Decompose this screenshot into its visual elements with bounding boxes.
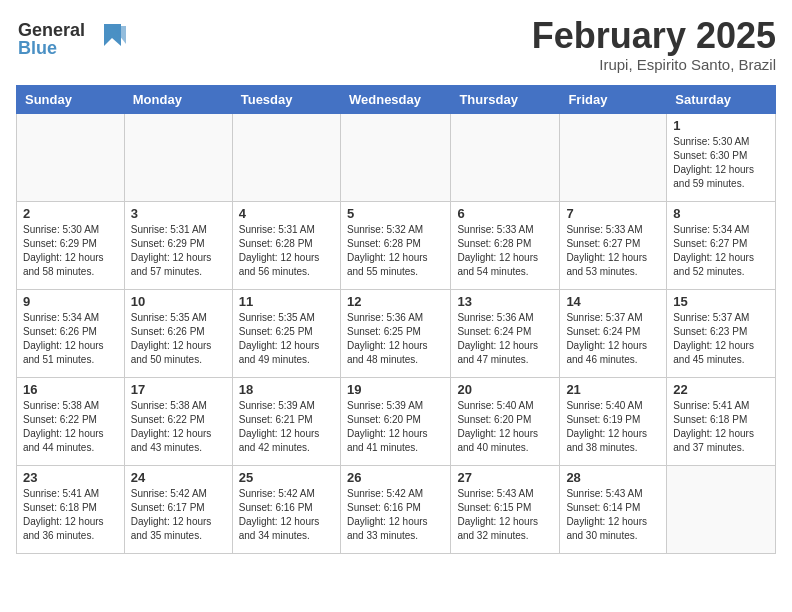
day-cell: 24Sunrise: 5:42 AM Sunset: 6:17 PM Dayli… — [124, 465, 232, 553]
day-info: Sunrise: 5:43 AM Sunset: 6:15 PM Dayligh… — [457, 487, 553, 543]
day-cell: 8Sunrise: 5:34 AM Sunset: 6:27 PM Daylig… — [667, 201, 776, 289]
day-number: 7 — [566, 206, 660, 221]
day-cell: 18Sunrise: 5:39 AM Sunset: 6:21 PM Dayli… — [232, 377, 340, 465]
day-header-thursday: Thursday — [451, 85, 560, 113]
day-info: Sunrise: 5:41 AM Sunset: 6:18 PM Dayligh… — [673, 399, 769, 455]
day-number: 4 — [239, 206, 334, 221]
day-cell: 12Sunrise: 5:36 AM Sunset: 6:25 PM Dayli… — [340, 289, 450, 377]
day-cell: 13Sunrise: 5:36 AM Sunset: 6:24 PM Dayli… — [451, 289, 560, 377]
day-info: Sunrise: 5:31 AM Sunset: 6:29 PM Dayligh… — [131, 223, 226, 279]
day-info: Sunrise: 5:43 AM Sunset: 6:14 PM Dayligh… — [566, 487, 660, 543]
day-header-tuesday: Tuesday — [232, 85, 340, 113]
day-cell: 22Sunrise: 5:41 AM Sunset: 6:18 PM Dayli… — [667, 377, 776, 465]
week-row-4: 23Sunrise: 5:41 AM Sunset: 6:18 PM Dayli… — [17, 465, 776, 553]
day-cell: 7Sunrise: 5:33 AM Sunset: 6:27 PM Daylig… — [560, 201, 667, 289]
day-number: 8 — [673, 206, 769, 221]
calendar-table: SundayMondayTuesdayWednesdayThursdayFrid… — [16, 85, 776, 554]
day-number: 6 — [457, 206, 553, 221]
day-cell: 9Sunrise: 5:34 AM Sunset: 6:26 PM Daylig… — [17, 289, 125, 377]
day-cell: 27Sunrise: 5:43 AM Sunset: 6:15 PM Dayli… — [451, 465, 560, 553]
week-row-1: 2Sunrise: 5:30 AM Sunset: 6:29 PM Daylig… — [17, 201, 776, 289]
day-info: Sunrise: 5:42 AM Sunset: 6:16 PM Dayligh… — [347, 487, 444, 543]
day-number: 2 — [23, 206, 118, 221]
day-info: Sunrise: 5:36 AM Sunset: 6:25 PM Dayligh… — [347, 311, 444, 367]
day-number: 10 — [131, 294, 226, 309]
day-number: 18 — [239, 382, 334, 397]
header: General Blue February 2025 Irupi, Espiri… — [16, 16, 776, 73]
day-info: Sunrise: 5:39 AM Sunset: 6:20 PM Dayligh… — [347, 399, 444, 455]
title-block: February 2025 Irupi, Espirito Santo, Bra… — [532, 16, 776, 73]
day-header-sunday: Sunday — [17, 85, 125, 113]
day-number: 17 — [131, 382, 226, 397]
day-cell: 11Sunrise: 5:35 AM Sunset: 6:25 PM Dayli… — [232, 289, 340, 377]
day-cell: 21Sunrise: 5:40 AM Sunset: 6:19 PM Dayli… — [560, 377, 667, 465]
svg-text:General: General — [18, 20, 85, 40]
day-info: Sunrise: 5:37 AM Sunset: 6:24 PM Dayligh… — [566, 311, 660, 367]
day-cell: 4Sunrise: 5:31 AM Sunset: 6:28 PM Daylig… — [232, 201, 340, 289]
day-info: Sunrise: 5:41 AM Sunset: 6:18 PM Dayligh… — [23, 487, 118, 543]
day-info: Sunrise: 5:40 AM Sunset: 6:19 PM Dayligh… — [566, 399, 660, 455]
week-row-2: 9Sunrise: 5:34 AM Sunset: 6:26 PM Daylig… — [17, 289, 776, 377]
day-number: 19 — [347, 382, 444, 397]
day-cell — [232, 113, 340, 201]
day-info: Sunrise: 5:37 AM Sunset: 6:23 PM Dayligh… — [673, 311, 769, 367]
day-number: 20 — [457, 382, 553, 397]
day-cell: 5Sunrise: 5:32 AM Sunset: 6:28 PM Daylig… — [340, 201, 450, 289]
day-number: 16 — [23, 382, 118, 397]
calendar-subtitle: Irupi, Espirito Santo, Brazil — [532, 56, 776, 73]
day-info: Sunrise: 5:33 AM Sunset: 6:27 PM Dayligh… — [566, 223, 660, 279]
day-number: 21 — [566, 382, 660, 397]
day-info: Sunrise: 5:32 AM Sunset: 6:28 PM Dayligh… — [347, 223, 444, 279]
day-cell: 15Sunrise: 5:37 AM Sunset: 6:23 PM Dayli… — [667, 289, 776, 377]
logo-block: General Blue — [16, 16, 136, 64]
day-cell: 1Sunrise: 5:30 AM Sunset: 6:30 PM Daylig… — [667, 113, 776, 201]
day-info: Sunrise: 5:31 AM Sunset: 6:28 PM Dayligh… — [239, 223, 334, 279]
day-number: 23 — [23, 470, 118, 485]
day-info: Sunrise: 5:34 AM Sunset: 6:27 PM Dayligh… — [673, 223, 769, 279]
day-number: 1 — [673, 118, 769, 133]
day-info: Sunrise: 5:38 AM Sunset: 6:22 PM Dayligh… — [23, 399, 118, 455]
day-info: Sunrise: 5:42 AM Sunset: 6:16 PM Dayligh… — [239, 487, 334, 543]
day-number: 26 — [347, 470, 444, 485]
day-number: 15 — [673, 294, 769, 309]
day-cell: 6Sunrise: 5:33 AM Sunset: 6:28 PM Daylig… — [451, 201, 560, 289]
day-info: Sunrise: 5:30 AM Sunset: 6:30 PM Dayligh… — [673, 135, 769, 191]
day-number: 14 — [566, 294, 660, 309]
svg-text:Blue: Blue — [18, 38, 57, 58]
day-info: Sunrise: 5:35 AM Sunset: 6:26 PM Dayligh… — [131, 311, 226, 367]
day-cell: 19Sunrise: 5:39 AM Sunset: 6:20 PM Dayli… — [340, 377, 450, 465]
day-number: 12 — [347, 294, 444, 309]
day-info: Sunrise: 5:36 AM Sunset: 6:24 PM Dayligh… — [457, 311, 553, 367]
day-header-saturday: Saturday — [667, 85, 776, 113]
day-number: 28 — [566, 470, 660, 485]
day-cell — [124, 113, 232, 201]
day-number: 27 — [457, 470, 553, 485]
day-number: 13 — [457, 294, 553, 309]
day-number: 5 — [347, 206, 444, 221]
day-info: Sunrise: 5:30 AM Sunset: 6:29 PM Dayligh… — [23, 223, 118, 279]
day-number: 24 — [131, 470, 226, 485]
logo: General Blue — [16, 16, 136, 64]
day-cell: 16Sunrise: 5:38 AM Sunset: 6:22 PM Dayli… — [17, 377, 125, 465]
day-info: Sunrise: 5:39 AM Sunset: 6:21 PM Dayligh… — [239, 399, 334, 455]
day-cell: 17Sunrise: 5:38 AM Sunset: 6:22 PM Dayli… — [124, 377, 232, 465]
day-cell — [451, 113, 560, 201]
day-cell: 2Sunrise: 5:30 AM Sunset: 6:29 PM Daylig… — [17, 201, 125, 289]
day-cell: 25Sunrise: 5:42 AM Sunset: 6:16 PM Dayli… — [232, 465, 340, 553]
day-cell: 28Sunrise: 5:43 AM Sunset: 6:14 PM Dayli… — [560, 465, 667, 553]
day-info: Sunrise: 5:34 AM Sunset: 6:26 PM Dayligh… — [23, 311, 118, 367]
day-cell — [667, 465, 776, 553]
week-row-0: 1Sunrise: 5:30 AM Sunset: 6:30 PM Daylig… — [17, 113, 776, 201]
page: General Blue February 2025 Irupi, Espiri… — [0, 0, 792, 570]
header-row: SundayMondayTuesdayWednesdayThursdayFrid… — [17, 85, 776, 113]
week-row-3: 16Sunrise: 5:38 AM Sunset: 6:22 PM Dayli… — [17, 377, 776, 465]
day-header-monday: Monday — [124, 85, 232, 113]
day-number: 25 — [239, 470, 334, 485]
day-header-friday: Friday — [560, 85, 667, 113]
calendar-title: February 2025 — [532, 16, 776, 56]
day-number: 9 — [23, 294, 118, 309]
day-cell — [560, 113, 667, 201]
day-cell: 23Sunrise: 5:41 AM Sunset: 6:18 PM Dayli… — [17, 465, 125, 553]
day-number: 22 — [673, 382, 769, 397]
day-cell: 26Sunrise: 5:42 AM Sunset: 6:16 PM Dayli… — [340, 465, 450, 553]
